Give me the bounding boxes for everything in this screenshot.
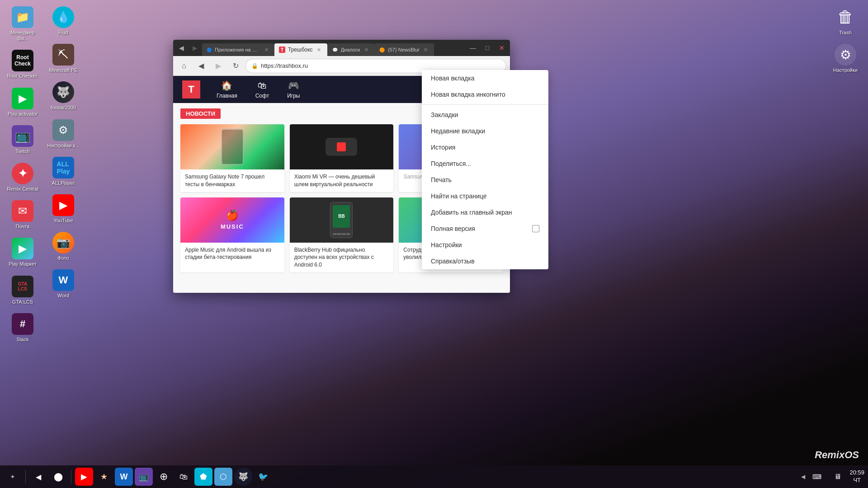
back-button[interactable]: ◀ [194, 59, 208, 73]
ctx-print[interactable]: Печать [422, 172, 548, 188]
desktop-icon-twitch[interactable]: 📺 Twitch [5, 123, 41, 156]
tab-newsblur-favicon: 🟠 [379, 47, 385, 53]
gtalcs-label: GTA:LCS [12, 299, 33, 305]
ctx-settings-label: Настройки [431, 241, 462, 249]
close-button[interactable]: ✕ [495, 42, 508, 54]
news-card-blackberry[interactable]: BB BlackBerry Hub официа [290, 197, 394, 272]
desktop-icon-foobar[interactable]: 🐺 foobar2000 [45, 80, 81, 113]
desktop-icon-youtube[interactable]: ▶ YouTube [45, 192, 81, 225]
ctx-incognito-label: Новая вкладка инкогнито [431, 91, 505, 98]
taskbar-media[interactable]: ⬟ [194, 468, 212, 486]
tab-trashbox-close[interactable]: ✕ [316, 46, 323, 53]
tab-google-apps[interactable]: 🔵 Приложения на Google... ✕ [202, 43, 274, 56]
browser-win-controls: — □ ✕ [467, 42, 508, 54]
ctx-bookmarks[interactable]: Закладки [422, 107, 548, 123]
nav-games-label: Игры [287, 93, 300, 99]
remixcentral-icon: ✦ [12, 163, 33, 184]
news-img-applemusic: 🍎 MUSIC [180, 197, 284, 243]
forward-page-button[interactable]: ▶ [189, 42, 201, 54]
vr-shape [326, 138, 357, 156]
nav-home[interactable]: 🏠 Главная [208, 76, 246, 103]
tab-trashbox[interactable]: T Трешбокс ✕ [274, 43, 327, 56]
desktop-icon-settings[interactable]: ⚙ Настройки [827, 42, 863, 75]
tab-dialogi[interactable]: 💬 Диалоги ✕ [327, 43, 375, 56]
ctx-settings[interactable]: Настройки [422, 237, 548, 253]
desktop-icon-word[interactable]: W Word [45, 267, 81, 300]
desktop-icon-minecraft[interactable]: ⛏ Minecraft PE [45, 42, 81, 75]
ctx-share[interactable]: Поделиться... [422, 155, 548, 172]
ctx-find[interactable]: Найти на странице [422, 188, 548, 204]
twitch-label: Twitch [15, 149, 29, 155]
taskbar-star[interactable]: ★ [95, 468, 113, 486]
taskbar-youtube[interactable]: ▶ [75, 468, 93, 486]
mail-icon: ✉ [12, 200, 33, 222]
manager-icon: 📁 [12, 6, 33, 28]
desktop-icon-playactivator[interactable]: ▶ Play activator [5, 86, 41, 119]
desktop-icon-gtalcs[interactable]: GTALCS GTA:LCS [5, 274, 41, 307]
refresh-button[interactable]: ↻ [228, 59, 243, 73]
taskbar-keyboard-icon[interactable]: ⌨ [808, 468, 826, 486]
taskbar-left-arrow[interactable]: ◀ [801, 474, 805, 480]
taskbar-chrome[interactable]: ⊕ [155, 468, 173, 486]
rootchecker-icon: RootCheck [12, 50, 33, 71]
site-logo[interactable]: T [182, 80, 200, 99]
tab-newsblur[interactable]: 🟠 (57) NewsBlur ✕ [374, 43, 434, 56]
maximize-button[interactable]: □ [481, 42, 494, 54]
ctx-help[interactable]: Справка/отзыв [422, 253, 548, 269]
taskbar-home[interactable]: ⬤ [49, 468, 67, 486]
desktop-icon-flud[interactable]: 💧 Flud [45, 5, 81, 38]
ctx-help-label: Справка/отзыв [431, 258, 475, 265]
taskbar-back[interactable]: ◀ [29, 468, 47, 486]
desktop-icon-playmarket[interactable]: ▶ Play Маркет [5, 236, 41, 269]
desktop-icon-photo[interactable]: 📷 Фото [45, 230, 81, 263]
news-card-samsung1[interactable]: Samsung Galaxy Note 7 прошел тесты в бен… [180, 124, 284, 192]
photo-icon: 📷 [52, 232, 74, 253]
nav-games[interactable]: 🎮 Игры [278, 76, 309, 103]
tab-google-apps-favicon: 🔵 [207, 47, 212, 53]
desktop-icon-remixcentral[interactable]: ✦ Remix Central [5, 161, 41, 194]
tab-newsblur-label: (57) NewsBlur [388, 47, 420, 52]
tab-dialogi-close[interactable]: ✕ [363, 46, 370, 53]
ctx-history[interactable]: История [422, 139, 548, 155]
news-img-samsung1 [180, 124, 284, 169]
taskbar-foobar[interactable]: 🐺 [234, 468, 252, 486]
ctx-full-version-checkbox[interactable] [532, 225, 539, 232]
taskbar-twitch[interactable]: 📺 [135, 468, 153, 486]
home-button[interactable]: ⌂ [177, 59, 191, 73]
nav-games-icon: 🎮 [288, 80, 299, 91]
ctx-bookmarks-label: Закладки [431, 111, 458, 118]
news-card-vr[interactable]: Xiaomi Mi VR — очень дешевый шлем виртуа… [290, 124, 394, 192]
taskbar-word[interactable]: W [115, 468, 133, 486]
desktop-icon-settings-k[interactable]: ⚙ Настройки к... [45, 117, 81, 150]
tab-dialogi-label: Диалоги [341, 47, 360, 52]
minimize-button[interactable]: — [467, 42, 479, 54]
playactivator-label: Play activator [8, 111, 38, 117]
desktop-icon-mail[interactable]: ✉ Почта [5, 198, 41, 231]
news-text-samsung1: Samsung Galaxy Note 7 прошел тесты в бен… [180, 169, 284, 192]
nav-soft-icon: 🛍 [258, 80, 267, 91]
ctx-recent-tabs[interactable]: Недавние вкладки [422, 123, 548, 139]
desktop-icon-rootchecker[interactable]: RootCheck Root Checker. [5, 48, 41, 81]
tab-trashbox-favicon: T [279, 47, 285, 53]
taskbar-remixos[interactable]: ✦ [4, 468, 22, 486]
ctx-new-tab[interactable]: Новая вкладка [422, 70, 548, 86]
taskbar-apps[interactable]: ⬡ [214, 468, 232, 486]
ctx-add-home[interactable]: Добавить на главный экран [422, 204, 548, 221]
taskbar-bird[interactable]: 🐦 [254, 468, 272, 486]
taskbar-store[interactable]: 🛍 [175, 468, 193, 486]
taskbar-display-icon[interactable]: 🖥 [829, 468, 847, 486]
tab-google-apps-close[interactable]: ✕ [263, 46, 270, 53]
desktop-icon-trash[interactable]: 🗑 Trash [827, 5, 863, 38]
desktop-icon-manager[interactable]: 📁 Менеджер фа... [5, 5, 41, 43]
nav-soft[interactable]: 🛍 Софт [246, 77, 278, 103]
desktop-icon-slack[interactable]: # Slack [5, 311, 41, 344]
ctx-full-version[interactable]: Полная версия [422, 221, 548, 237]
ctx-divider1 [422, 104, 548, 105]
forward-button[interactable]: ▶ [211, 59, 226, 73]
tab-dialogi-favicon: 💬 [332, 47, 338, 53]
ctx-incognito[interactable]: Новая вкладка инкогнито [422, 86, 548, 103]
back-page-button[interactable]: ◀ [175, 42, 188, 54]
desktop-icon-allplayer[interactable]: ALLPlay ALLPlayer [45, 155, 81, 188]
news-card-applemusic[interactable]: 🍎 MUSIC Apple Music для Android вышла из… [180, 197, 284, 272]
tab-newsblur-close[interactable]: ✕ [422, 46, 429, 53]
